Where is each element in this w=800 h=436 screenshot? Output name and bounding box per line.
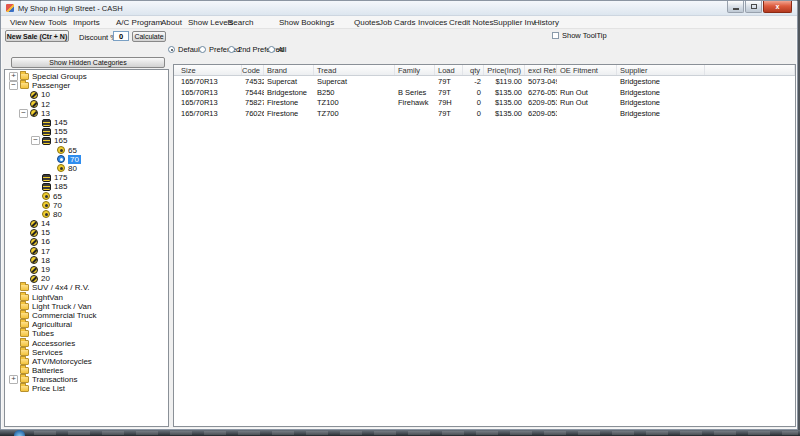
table-row[interactable]: 165/70R1375448BridgestoneB250B Series79T…	[174, 87, 795, 98]
menu-item-quotes[interactable]: Quotes	[354, 18, 380, 27]
tree-item-label: 145	[54, 118, 67, 127]
menu-item-credit-notes[interactable]: Credit Notes	[449, 18, 493, 27]
cell-brand: Supercat	[264, 77, 314, 86]
tree-item-20[interactable]: 20	[5, 274, 168, 283]
tree-item-batteries[interactable]: Batteries	[5, 366, 168, 375]
minus-expander-icon[interactable]: −	[19, 109, 28, 118]
tree-item-label: ATV/Motorcycles	[32, 357, 92, 366]
products-table: SizeCodeBrandTreadFamilyLoadqtyPrice(Inc…	[173, 64, 796, 427]
menu-item-show-bookings[interactable]: Show Bookings	[279, 18, 334, 27]
plus-expander-icon[interactable]: +	[9, 375, 18, 384]
tree-item-suv-4x4-r-v[interactable]: SUV / 4x4 / R.V.	[5, 283, 168, 292]
tree-item-commercial-truck[interactable]: Commercial Truck	[5, 311, 168, 320]
menu-item-job-cards[interactable]: Job Cards	[379, 18, 415, 27]
tree-item-145[interactable]: 145	[5, 118, 168, 127]
category-tree: +Special Groups−Passenger1012−13145155−1…	[4, 69, 169, 427]
menu-item-imports[interactable]: Imports	[73, 18, 100, 27]
column-header-supplier[interactable]: Supplier	[617, 65, 705, 75]
radio-all[interactable]: All	[268, 45, 286, 54]
tree-item-65[interactable]: 65	[5, 146, 168, 155]
column-header-family[interactable]: Family	[395, 65, 435, 75]
tree-item-tubes[interactable]: Tubes	[5, 329, 168, 338]
menu-item-tools[interactable]: Tools	[48, 18, 67, 27]
show-hidden-categories-button[interactable]: Show Hidden Categories	[11, 57, 165, 68]
column-header-tread[interactable]: Tread	[314, 65, 395, 75]
minimize-button[interactable]	[727, 1, 744, 13]
tree-item-atv-motorcycles[interactable]: ATV/Motorcycles	[5, 357, 168, 366]
start-orb-icon[interactable]	[14, 430, 25, 436]
column-header-code[interactable]: Code	[242, 65, 264, 75]
tree-item-18[interactable]: 18	[5, 256, 168, 265]
menu-item-a-c-program[interactable]: A/C Program	[116, 18, 162, 27]
tree-item-70[interactable]: 70	[5, 155, 168, 164]
tree-item-185[interactable]: 185	[5, 182, 168, 191]
tree-item-accessories[interactable]: Accessories	[5, 338, 168, 347]
radio-default[interactable]: Default	[168, 45, 202, 54]
tree-item-155[interactable]: 155	[5, 127, 168, 136]
tree-item-19[interactable]: 19	[5, 265, 168, 274]
tree-item-65[interactable]: 65	[5, 191, 168, 200]
tree-item-16[interactable]: 16	[5, 237, 168, 246]
tree-item-special-groups[interactable]: +Special Groups	[5, 72, 168, 81]
tree-item-agricultural[interactable]: Agricultural	[5, 320, 168, 329]
radio-icon[interactable]	[268, 46, 275, 53]
new-sale-button[interactable]: New Sale (Ctr + N)	[5, 30, 69, 42]
tree-item-80[interactable]: 80	[5, 164, 168, 173]
show-tooltip-option[interactable]: Show ToolTip	[552, 31, 607, 40]
tree-item-70[interactable]: 70	[5, 201, 168, 210]
column-header-price-incl[interactable]: Price(Incl)	[484, 65, 525, 75]
tree-item-label: 175	[54, 173, 67, 182]
menu-item-supplier-inv[interactable]: Supplier Inv.	[493, 18, 537, 27]
tree-item-17[interactable]: 17	[5, 247, 168, 256]
tree-item-lightvan[interactable]: LightVan	[5, 293, 168, 302]
folder-icon	[20, 321, 29, 328]
wheel-icon	[30, 266, 38, 274]
wheel-icon	[30, 247, 38, 255]
wheel-icon	[30, 100, 38, 108]
minus-expander-icon[interactable]: −	[31, 136, 40, 145]
column-header-qty[interactable]: qty	[463, 65, 484, 75]
minimize-icon	[733, 8, 739, 10]
table-body: 165/70R1374532SupercatSupercat79T-2$119.…	[174, 76, 795, 119]
tree-item-light-truck-van[interactable]: Light Truck / Van	[5, 302, 168, 311]
tree-item-175[interactable]: 175	[5, 173, 168, 182]
tree-item-80[interactable]: 80	[5, 210, 168, 219]
column-header-oe-fitment[interactable]: OE Fitment	[557, 65, 617, 75]
taskbar[interactable]	[0, 430, 800, 436]
checkbox-icon[interactable]	[552, 32, 559, 39]
table-row[interactable]: 165/70R1375827FirestoneTZ100Firehawk79H0…	[174, 97, 795, 108]
table-row[interactable]: 165/70R1374532SupercatSupercat79T-2$119.…	[174, 76, 795, 87]
maximize-button[interactable]	[745, 1, 762, 13]
tree-item-transactions[interactable]: +Transactions	[5, 375, 168, 384]
table-row[interactable]: 165/70R1376026FirestoneTZ70079T0$135.006…	[174, 108, 795, 119]
menu-item-history[interactable]: History	[534, 18, 559, 27]
radio-icon-selected[interactable]	[168, 46, 175, 53]
menu-item-show-levels[interactable]: Show Levels	[188, 18, 233, 27]
calculate-button[interactable]: Calculate	[132, 31, 166, 42]
cell-brand: Bridgestone	[264, 88, 314, 97]
close-button[interactable]: x	[763, 1, 792, 13]
menu-item-new[interactable]: New	[29, 18, 45, 27]
tree-item-price-list[interactable]: Price List	[5, 384, 168, 393]
column-header-size[interactable]: Size	[178, 65, 242, 75]
discount-input[interactable]	[113, 31, 129, 41]
tree-item-15[interactable]: 15	[5, 228, 168, 237]
tree-item-165[interactable]: −165	[5, 136, 168, 145]
minus-expander-icon[interactable]: −	[9, 81, 18, 90]
tree-item-10[interactable]: 10	[5, 90, 168, 99]
tree-item-passenger[interactable]: −Passenger	[5, 81, 168, 90]
radio-icon[interactable]	[199, 46, 206, 53]
menu-item-about[interactable]: About	[161, 18, 182, 27]
tree-item-13[interactable]: −13	[5, 109, 168, 118]
column-header-excl-ref[interactable]: excl Ref#	[525, 65, 557, 75]
tree-item-label: SUV / 4x4 / R.V.	[32, 283, 90, 292]
tree-item-services[interactable]: Services	[5, 348, 168, 357]
radio-icon[interactable]	[228, 46, 235, 53]
tree-item-12[interactable]: 12	[5, 100, 168, 109]
column-header-brand[interactable]: Brand	[264, 65, 314, 75]
menu-item-view[interactable]: View	[10, 18, 27, 27]
menu-item-invoices[interactable]: Invoices	[418, 18, 447, 27]
menu-item-search[interactable]: Search	[228, 18, 253, 27]
tree-item-14[interactable]: 14	[5, 219, 168, 228]
column-header-load[interactable]: Load	[435, 65, 463, 75]
